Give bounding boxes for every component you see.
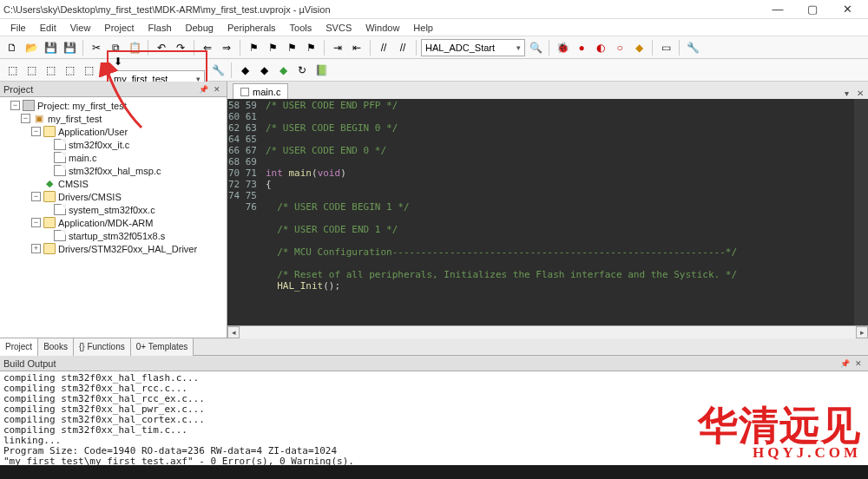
tab-functions[interactable]: {} Functions bbox=[74, 338, 131, 356]
pack-installer-icon[interactable]: ◆ bbox=[274, 62, 292, 79]
config-icon[interactable]: 🔧 bbox=[684, 39, 701, 56]
tree-group-app-user[interactable]: −Application/User bbox=[0, 125, 227, 138]
books-icon[interactable]: 📗 bbox=[312, 62, 330, 79]
comment-icon[interactable]: // bbox=[375, 39, 392, 56]
breakpoint-enable-icon[interactable]: ◐ bbox=[592, 39, 609, 56]
tree-group-cmsis[interactable]: CMSIS bbox=[0, 177, 227, 190]
breakpoint-insert-icon[interactable]: ● bbox=[573, 39, 590, 56]
build-panel-header: Build Output 📌 ✕ bbox=[0, 356, 868, 371]
find-icon[interactable]: 🔍 bbox=[527, 39, 544, 56]
menu-debug[interactable]: Debug bbox=[179, 21, 220, 35]
refresh-icon[interactable]: ↻ bbox=[293, 62, 311, 79]
bookmark-prev-icon[interactable]: ⚑ bbox=[264, 39, 281, 56]
tree-file[interactable]: main.c bbox=[0, 151, 227, 164]
open-icon[interactable]: 📂 bbox=[23, 39, 40, 56]
menu-flash[interactable]: Flash bbox=[141, 21, 179, 35]
menu-view[interactable]: View bbox=[63, 21, 98, 35]
menu-svcs[interactable]: SVCS bbox=[319, 21, 358, 35]
editor-menu-icon[interactable]: ▾ bbox=[840, 87, 852, 99]
scroll-left-icon[interactable]: ◂ bbox=[227, 326, 240, 338]
menu-file[interactable]: File bbox=[3, 21, 33, 35]
editor-tabs: main.c ▾ ✕ bbox=[227, 82, 868, 99]
rebuild-icon[interactable]: ⬚ bbox=[42, 62, 59, 79]
batch-build-icon[interactable]: ⬚ bbox=[61, 62, 78, 79]
bookmark-clear-icon[interactable]: ⚑ bbox=[302, 39, 319, 56]
save-all-icon[interactable]: 💾 bbox=[61, 39, 78, 56]
debug-icon[interactable]: 🐞 bbox=[554, 39, 571, 56]
find-combo[interactable]: HAL_ADC_Start bbox=[421, 39, 525, 56]
title-bar: C:\Users\sky\Desktop\my_first_test\MDK-A… bbox=[0, 0, 868, 19]
code-editor[interactable]: 58 59 60 61 62 63 64 65 66 67 68 69 70 7… bbox=[227, 99, 868, 325]
tree-group-hal-driver[interactable]: +Drivers/STM32F0xx_HAL_Driver bbox=[0, 242, 227, 255]
menu-peripherals[interactable]: Peripherals bbox=[220, 21, 283, 35]
tree-group-drivers-cmsis[interactable]: −Drivers/CMSIS bbox=[0, 190, 227, 203]
panel-close-icon[interactable]: ✕ bbox=[211, 83, 223, 95]
editor-tab-main[interactable]: main.c bbox=[233, 83, 288, 99]
outdent-icon[interactable]: ⇤ bbox=[348, 39, 365, 56]
tree-file[interactable]: startup_stm32f051x8.s bbox=[0, 229, 227, 242]
tree-file[interactable]: system_stm32f0xx.c bbox=[0, 203, 227, 216]
nav-fwd-icon[interactable]: ⇒ bbox=[218, 39, 235, 56]
tree-file[interactable]: stm32f0xx_hal_msp.c bbox=[0, 164, 227, 177]
options-icon[interactable]: 🔧 bbox=[209, 62, 227, 79]
select-packs-icon[interactable]: ◆ bbox=[255, 62, 273, 79]
project-panel: Project 📌 ✕ −Project: my_first_test −my_… bbox=[0, 82, 227, 338]
window-title: C:\Users\sky\Desktop\my_first_test\MDK-A… bbox=[3, 4, 760, 15]
watermark-text: 华清远见 bbox=[698, 405, 861, 445]
close-button[interactable]: ✕ bbox=[830, 0, 865, 19]
breakpoint-disable-icon[interactable]: ○ bbox=[611, 39, 628, 56]
maximize-button[interactable]: ▢ bbox=[795, 0, 830, 19]
editor-close-icon[interactable]: ✕ bbox=[854, 87, 866, 99]
scroll-right-icon[interactable]: ▸ bbox=[856, 326, 868, 338]
window-icon[interactable]: ▭ bbox=[657, 39, 674, 56]
watermark: 华清远见 HQYJ.COM bbox=[698, 405, 861, 460]
tree-root[interactable]: −Project: my_first_test bbox=[0, 99, 227, 112]
menu-tools[interactable]: Tools bbox=[283, 21, 319, 35]
download-icon[interactable]: ⬇ bbox=[109, 53, 127, 70]
tab-project[interactable]: Project bbox=[0, 338, 38, 356]
project-panel-header: Project 📌 ✕ bbox=[0, 82, 227, 97]
save-icon[interactable]: 💾 bbox=[42, 39, 59, 56]
project-panel-title: Project bbox=[3, 84, 33, 95]
menu-help[interactable]: Help bbox=[406, 21, 440, 35]
project-bottom-tabs: Project Books {} Functions 0+ Templates bbox=[0, 338, 868, 355]
new-icon[interactable]: 🗋 bbox=[3, 39, 21, 56]
manage-rte-icon[interactable]: ◆ bbox=[236, 62, 253, 79]
menu-window[interactable]: Window bbox=[358, 21, 406, 35]
stop-build-icon[interactable]: ⬚ bbox=[80, 62, 97, 79]
taskbar bbox=[0, 465, 868, 479]
tab-books[interactable]: Books bbox=[38, 338, 74, 356]
bookmark-icon[interactable]: ⚑ bbox=[245, 39, 262, 56]
bookmark-next-icon[interactable]: ⚑ bbox=[283, 39, 300, 56]
scrollbar-horizontal[interactable]: ◂ ▸ bbox=[227, 325, 868, 338]
build-icon[interactable]: ⬚ bbox=[23, 62, 40, 79]
tree-group-app-mdk[interactable]: −Application/MDK-ARM bbox=[0, 216, 227, 229]
build-panel-title: Build Output bbox=[3, 358, 56, 369]
panel-pin-icon[interactable]: 📌 bbox=[197, 83, 209, 95]
editor-panel: main.c ▾ ✕ 58 59 60 61 62 63 64 65 66 67… bbox=[227, 82, 868, 338]
panel-pin-icon[interactable]: 📌 bbox=[838, 358, 851, 370]
code-body[interactable]: /* USER CODE END PFP */ /* USER CODE BEG… bbox=[262, 99, 854, 325]
menu-edit[interactable]: Edit bbox=[33, 21, 63, 35]
menu-bar: File Edit View Project Flash Debug Perip… bbox=[0, 19, 868, 36]
tree-target[interactable]: −my_first_test bbox=[0, 112, 227, 125]
panel-close-icon[interactable]: ✕ bbox=[852, 358, 865, 370]
tab-templates[interactable]: 0+ Templates bbox=[131, 338, 194, 356]
file-icon bbox=[240, 88, 249, 96]
cut-icon[interactable]: ✂ bbox=[88, 39, 105, 56]
scrollbar-vertical[interactable] bbox=[854, 99, 868, 325]
menu-project[interactable]: Project bbox=[97, 21, 141, 35]
breakpoint-kill-icon[interactable]: ◆ bbox=[630, 39, 648, 56]
tree-file[interactable]: stm32f0xx_it.c bbox=[0, 138, 227, 151]
translate-icon[interactable]: ⬚ bbox=[3, 62, 21, 79]
indent-icon[interactable]: ⇥ bbox=[329, 39, 346, 56]
project-tree[interactable]: −Project: my_first_test −my_first_test −… bbox=[0, 97, 227, 338]
toolbar-build: ⬚ ⬚ ⬚ ⬚ ⬚ ⬇ my_first_test 🔧 ◆ ◆ ◆ ↻ 📗 bbox=[0, 59, 868, 82]
line-gutter: 58 59 60 61 62 63 64 65 66 67 68 69 70 7… bbox=[227, 99, 262, 325]
uncomment-icon[interactable]: // bbox=[394, 39, 411, 56]
minimize-button[interactable]: — bbox=[760, 0, 795, 19]
